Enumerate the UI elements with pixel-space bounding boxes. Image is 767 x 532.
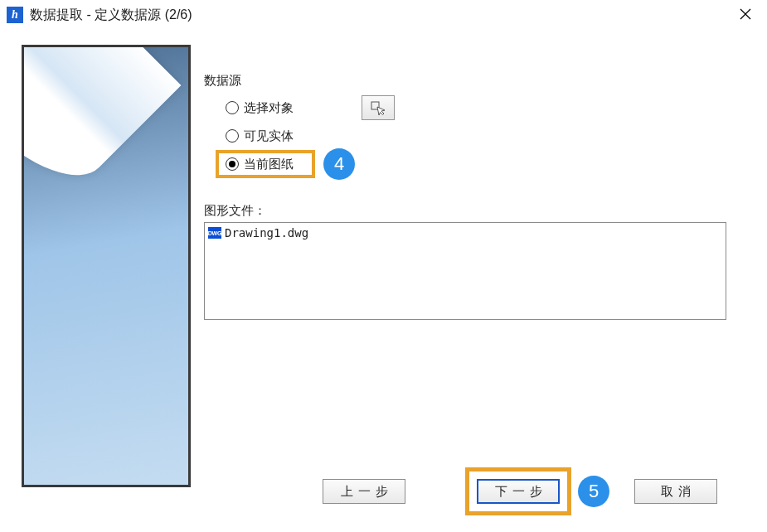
drawing-files-section: 图形文件： DWG Drawing1.dwg — [204, 203, 745, 320]
file-name: Drawing1.dwg — [225, 226, 308, 239]
radio-current-drawing[interactable]: 当前图纸 — [204, 150, 745, 178]
radio-label: 当前图纸 — [244, 157, 294, 172]
radio-icon — [226, 101, 239, 114]
radio-label: 可见实体 — [244, 128, 294, 144]
dialog-body: 数据源 选择对象 可见实体 当前图纸 — [0, 30, 767, 499]
next-button[interactable]: 下一步 — [477, 479, 560, 504]
file-icon-text: DWG — [208, 230, 222, 236]
preview-pane — [22, 45, 191, 487]
callout-number: 4 — [334, 153, 344, 175]
button-label: 上一步 — [336, 484, 393, 500]
dwg-file-icon: DWG — [208, 227, 221, 239]
close-icon — [740, 7, 751, 24]
pick-objects-button[interactable] — [362, 95, 395, 120]
next-button-wrapper: 下一步 — [477, 479, 560, 504]
cancel-button[interactable]: 取消 — [634, 479, 717, 504]
app-icon-initial: h — [12, 8, 18, 22]
button-label: 下一步 — [490, 484, 547, 500]
form-area: 数据源 选择对象 可见实体 当前图纸 — [204, 45, 745, 499]
title-bar: h 数据提取 - 定义数据源 (2/6) — [0, 0, 767, 30]
callout-number: 5 — [589, 481, 599, 502]
drawing-files-label: 图形文件： — [204, 203, 745, 219]
drawing-files-list[interactable]: DWG Drawing1.dwg — [204, 222, 726, 320]
app-icon: h — [7, 7, 23, 23]
dialog-footer: 上一步 下一步 5 取消 — [323, 476, 717, 507]
window-title: 数据提取 - 定义数据源 (2/6) — [30, 7, 192, 24]
annotation-callout-4: 4 — [323, 148, 355, 180]
button-label: 取消 — [656, 484, 696, 500]
data-source-radio-group: 选择对象 可见实体 当前图纸 4 — [204, 94, 745, 178]
list-item[interactable]: DWG Drawing1.dwg — [208, 226, 722, 239]
data-source-label: 数据源 — [204, 73, 745, 89]
radio-select-objects[interactable]: 选择对象 — [204, 94, 745, 122]
radio-icon — [226, 129, 239, 143]
back-button[interactable]: 上一步 — [323, 479, 405, 504]
pick-cursor-icon — [370, 100, 386, 115]
annotation-callout-5: 5 — [578, 476, 609, 507]
close-button[interactable] — [731, 0, 760, 30]
radio-label: 选择对象 — [244, 100, 294, 116]
radio-visible-entities[interactable]: 可见实体 — [204, 122, 745, 150]
radio-icon — [226, 157, 239, 171]
